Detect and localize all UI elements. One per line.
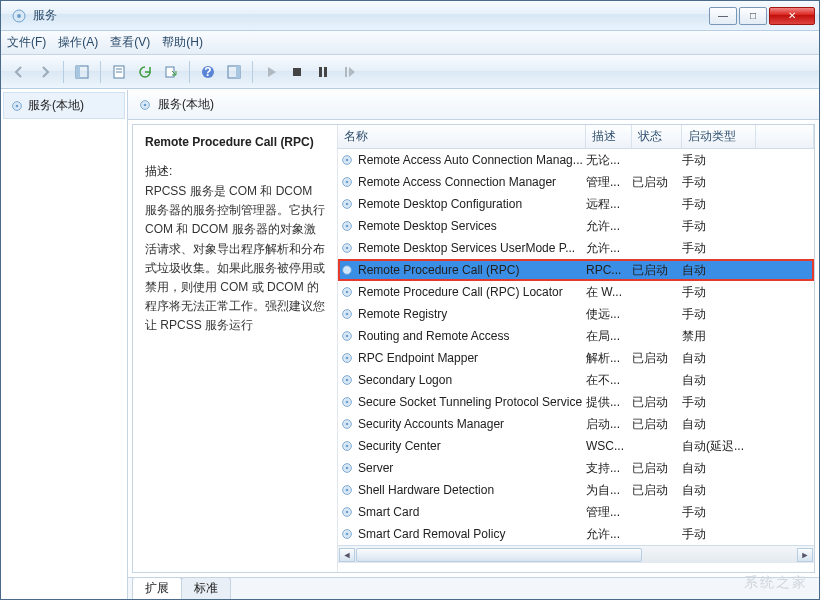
gear-icon xyxy=(340,153,354,167)
service-row[interactable]: Smart Card管理...手动 xyxy=(338,501,814,523)
back-button[interactable] xyxy=(7,60,31,84)
stop-service-button[interactable] xyxy=(285,60,309,84)
svg-point-43 xyxy=(346,401,349,404)
cell-description: 为自... xyxy=(586,482,632,499)
service-row[interactable]: RPC Endpoint Mapper解析...已启动自动 xyxy=(338,347,814,369)
service-row[interactable]: Remote Access Connection Manager管理...已启动… xyxy=(338,171,814,193)
description-panel: Remote Procedure Call (RPC) 描述: RPCSS 服务… xyxy=(133,125,338,572)
service-row[interactable]: Remote Procedure Call (RPC)RPC...已启动自动 xyxy=(338,259,814,281)
cell-startup: 手动 xyxy=(682,218,756,235)
cell-description: 在局... xyxy=(586,328,632,345)
action-pane-button[interactable] xyxy=(222,60,246,84)
cell-status: 已启动 xyxy=(632,174,682,191)
tree-node-services-local[interactable]: 服务(本地) xyxy=(3,92,125,119)
cell-startup: 自动(延迟... xyxy=(682,438,756,455)
cell-description: RPC... xyxy=(586,263,632,277)
svg-point-39 xyxy=(346,357,349,360)
gear-icon xyxy=(340,307,354,321)
minimize-button[interactable] xyxy=(709,7,737,25)
cell-startup: 自动 xyxy=(682,482,756,499)
service-row[interactable]: Secure Socket Tunneling Protocol Service… xyxy=(338,391,814,413)
service-row[interactable]: Security Accounts Manager启动...已启动自动 xyxy=(338,413,814,435)
service-row[interactable]: Routing and Remote Access在局...禁用 xyxy=(338,325,814,347)
scroll-right-icon[interactable]: ► xyxy=(797,548,813,562)
tab-extended[interactable]: 扩展 xyxy=(132,577,182,599)
svg-point-49 xyxy=(346,467,349,470)
service-row[interactable]: Shell Hardware Detection为自...已启动自动 xyxy=(338,479,814,501)
gear-icon xyxy=(340,219,354,233)
column-status[interactable]: 状态 xyxy=(632,125,682,148)
cell-name: Shell Hardware Detection xyxy=(356,483,586,497)
export-button[interactable] xyxy=(159,60,183,84)
cell-name: Remote Procedure Call (RPC) xyxy=(356,263,586,277)
svg-point-51 xyxy=(346,489,349,492)
services-grid[interactable]: 名称 描述 状态 启动类型 Remote Access Auto Connect… xyxy=(338,125,814,572)
gear-icon xyxy=(340,439,354,453)
start-service-button[interactable] xyxy=(259,60,283,84)
service-row[interactable]: Remote Desktop Configuration远程...手动 xyxy=(338,193,814,215)
svg-point-55 xyxy=(346,533,349,536)
scroll-left-icon[interactable]: ◄ xyxy=(339,548,355,562)
svg-point-25 xyxy=(346,203,349,206)
cell-description: 在 W... xyxy=(586,284,632,301)
selected-service-name: Remote Procedure Call (RPC) xyxy=(145,135,325,149)
service-row[interactable]: Remote Desktop Services允许...手动 xyxy=(338,215,814,237)
svg-point-31 xyxy=(346,269,349,272)
titlebar[interactable]: 服务 xyxy=(1,1,819,31)
svg-point-47 xyxy=(346,445,349,448)
horizontal-scrollbar[interactable]: ◄ ► xyxy=(338,545,814,563)
menu-action[interactable]: 操作(A) xyxy=(58,34,98,51)
gear-icon xyxy=(340,505,354,519)
pause-service-button[interactable] xyxy=(311,60,335,84)
restart-service-button[interactable] xyxy=(337,60,361,84)
help-button[interactable]: ? xyxy=(196,60,220,84)
cell-name: Secondary Logon xyxy=(356,373,586,387)
svg-point-53 xyxy=(346,511,349,514)
gear-icon xyxy=(340,329,354,343)
tab-standard[interactable]: 标准 xyxy=(181,577,231,599)
service-row[interactable]: Remote Access Auto Connection Manag...无论… xyxy=(338,149,814,171)
cell-description: 启动... xyxy=(586,416,632,433)
gear-icon xyxy=(340,395,354,409)
tree-node-label: 服务(本地) xyxy=(28,97,84,114)
cell-description: 支持... xyxy=(586,460,632,477)
cell-startup: 手动 xyxy=(682,152,756,169)
cell-description: 允许... xyxy=(586,526,632,543)
maximize-button[interactable] xyxy=(739,7,767,25)
column-startup[interactable]: 启动类型 xyxy=(682,125,756,148)
service-row[interactable]: Security CenterWSC...自动(延迟... xyxy=(338,435,814,457)
column-spacer xyxy=(756,125,814,148)
service-row[interactable]: Remote Desktop Services UserMode P...允许.… xyxy=(338,237,814,259)
cell-startup: 自动 xyxy=(682,372,756,389)
service-row[interactable]: Secondary Logon在不...自动 xyxy=(338,369,814,391)
cell-description: 管理... xyxy=(586,174,632,191)
tree-pane[interactable]: 服务(本地) xyxy=(1,90,128,599)
cell-startup: 自动 xyxy=(682,460,756,477)
cell-description: 解析... xyxy=(586,350,632,367)
scroll-thumb[interactable] xyxy=(356,548,642,562)
column-description[interactable]: 描述 xyxy=(586,125,632,148)
cell-name: Remote Desktop Services xyxy=(356,219,586,233)
svg-rect-15 xyxy=(345,67,347,77)
menu-view[interactable]: 查看(V) xyxy=(110,34,150,51)
forward-button[interactable] xyxy=(33,60,57,84)
svg-rect-12 xyxy=(293,68,301,76)
service-row[interactable]: Server支持...已启动自动 xyxy=(338,457,814,479)
menu-help[interactable]: 帮助(H) xyxy=(162,34,203,51)
properties-button[interactable] xyxy=(107,60,131,84)
svg-point-27 xyxy=(346,225,349,228)
cell-startup: 手动 xyxy=(682,504,756,521)
close-button[interactable] xyxy=(769,7,815,25)
service-row[interactable]: Remote Procedure Call (RPC) Locator在 W..… xyxy=(338,281,814,303)
column-name[interactable]: 名称 xyxy=(338,125,586,148)
cell-name: Smart Card xyxy=(356,505,586,519)
service-row[interactable]: Smart Card Removal Policy允许...手动 xyxy=(338,523,814,545)
menu-file[interactable]: 文件(F) xyxy=(7,34,46,51)
cell-name: Remote Registry xyxy=(356,307,586,321)
svg-point-1 xyxy=(17,14,21,18)
show-hide-tree-button[interactable] xyxy=(70,60,94,84)
service-row[interactable]: Remote Registry使远...手动 xyxy=(338,303,814,325)
gear-icon xyxy=(340,197,354,211)
gear-icon xyxy=(340,175,354,189)
refresh-button[interactable] xyxy=(133,60,157,84)
